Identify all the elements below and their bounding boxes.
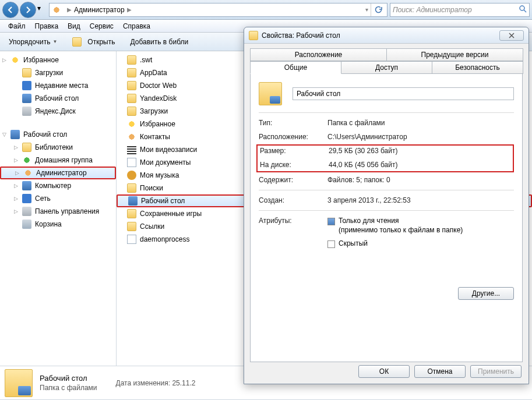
tree-desktop-root[interactable]: ▽ Рабочий стол <box>0 128 116 141</box>
desktop-overlay-icon <box>270 96 280 104</box>
details-meta: Дата изменения: 25.11.2 <box>116 379 196 387</box>
tree-recent[interactable]: Недавние места <box>0 79 116 92</box>
address-bar[interactable]: ▶ Администратор ▶ ▾ <box>49 3 387 17</box>
cancel-button[interactable]: Отмена <box>414 365 466 378</box>
address-dropdown-icon[interactable]: ▾ <box>365 6 368 13</box>
prop-attributes-label: Атрибуты: <box>259 217 327 253</box>
add-to-library-button[interactable]: Добавить в библи <box>125 35 193 49</box>
chevron-down-icon: ▼ <box>52 39 57 44</box>
item-label: Мои документы <box>140 158 191 167</box>
tree-label: Недавние места <box>35 82 88 90</box>
item-label: Сохраненные игры <box>140 210 202 218</box>
tree-label: Администратор <box>36 169 87 177</box>
tree-downloads[interactable]: Загрузки <box>0 66 116 79</box>
item-label: Мои видеозаписи <box>140 146 197 154</box>
add-lib-label: Добавить в библи <box>130 38 188 46</box>
expand-icon[interactable]: ▷ <box>14 183 20 189</box>
expand-icon[interactable]: ▷ <box>14 157 20 163</box>
menu-view[interactable]: Вид <box>63 21 85 31</box>
separator <box>259 210 514 211</box>
search-placeholder: Поиск: Администратор <box>393 6 472 14</box>
folder-icon <box>22 68 31 77</box>
tab-sharing[interactable]: Доступ <box>341 61 432 74</box>
tab-strip: Расположение Предыдущие версии Общие Дос… <box>250 48 523 74</box>
history-dropdown[interactable]: ▾ <box>37 4 45 16</box>
tree-control-panel[interactable]: ▷Панель управления <box>0 205 116 218</box>
breadcrumb-item[interactable]: Администратор <box>74 6 125 14</box>
expand-icon[interactable]: ▷ <box>14 144 20 150</box>
tree-desktop-fav[interactable]: Рабочий стол <box>0 92 116 105</box>
tree-label: Рабочий стол <box>35 94 79 102</box>
breadcrumb-sep-icon: ▶ <box>127 6 132 13</box>
folder-name-input[interactable]: Рабочий стол <box>293 87 514 100</box>
folder-large-icon <box>259 82 282 105</box>
contacts-icon <box>127 132 136 141</box>
prop-type-value: Папка с файлами <box>327 119 514 127</box>
item-label: Моя музыка <box>140 171 179 179</box>
folder-icon <box>127 94 136 103</box>
tree-favorites[interactable]: ▷ Избранное <box>0 54 116 66</box>
tree-computer[interactable]: ▷Компьютер <box>0 179 116 192</box>
menu-help[interactable]: Справка <box>118 21 155 31</box>
folder-large-icon <box>5 369 33 397</box>
control-panel-icon <box>22 207 31 216</box>
expand-icon[interactable]: ▷ <box>15 170 21 176</box>
close-button[interactable] <box>499 30 524 41</box>
size-highlight-box: Размер:29,5 КБ (30 263 байт) На диске:44… <box>256 144 514 172</box>
searches-icon <box>127 183 136 193</box>
tree-libraries[interactable]: ▷Библиотеки <box>0 141 116 154</box>
readonly-checkbox[interactable] <box>327 218 335 225</box>
favorites-icon <box>127 119 136 129</box>
forward-button[interactable] <box>20 2 36 18</box>
tree-yandex-disk[interactable]: Яндекс.Диск <box>0 105 116 118</box>
tree-recycle-bin[interactable]: Корзина <box>0 218 116 231</box>
tree-label: Избранное <box>23 56 59 64</box>
hidden-checkbox[interactable] <box>327 240 335 248</box>
dialog-button-row: ОК Отмена Применить <box>358 365 522 378</box>
file-icon <box>127 235 136 244</box>
item-label: Избранное <box>140 120 175 128</box>
item-label: YandexDisk <box>140 94 177 102</box>
tab-security[interactable]: Безопасность <box>432 61 523 74</box>
search-input[interactable]: Поиск: Администратор <box>390 3 530 17</box>
open-button[interactable]: Открыть <box>67 34 120 49</box>
menu-file[interactable]: Файл <box>3 21 30 31</box>
other-attributes-button[interactable]: Другие... <box>458 287 514 300</box>
music-icon <box>127 171 136 180</box>
dialog-titlebar[interactable]: Свойства: Рабочий стол <box>244 27 529 44</box>
folder-icon <box>249 31 258 40</box>
item-label: Ссылки <box>140 222 164 231</box>
item-label: Doctor Web <box>140 82 177 90</box>
links-icon <box>127 222 136 231</box>
tree-homegroup[interactable]: ▷Домашняя группа <box>0 154 116 167</box>
desktop-group: ▽ Рабочий стол ▷Библиотеки ▷Домашняя гру… <box>0 128 116 231</box>
ok-button[interactable]: ОК <box>358 365 410 378</box>
expand-icon[interactable]: ▷ <box>14 196 20 201</box>
expand-icon[interactable]: ▷ <box>14 208 20 214</box>
expand-icon[interactable]: ▷ <box>2 57 8 63</box>
homegroup-icon <box>22 155 31 165</box>
organize-button[interactable]: Упорядочить ▼ <box>3 35 62 49</box>
separator <box>259 190 514 190</box>
desktop-icon <box>10 130 20 139</box>
back-button[interactable] <box>2 2 19 18</box>
folder-icon <box>127 68 136 77</box>
apply-button[interactable]: Применить <box>470 365 522 378</box>
refresh-button[interactable] <box>371 3 385 16</box>
tree-administrator[interactable]: ▷Администратор <box>0 167 116 179</box>
tab-location[interactable]: Расположение <box>250 48 387 61</box>
menu-edit[interactable]: Правка <box>30 21 64 31</box>
tab-previous-versions[interactable]: Предыдущие версии <box>386 48 523 61</box>
menu-tools[interactable]: Сервис <box>85 21 118 31</box>
tab-general[interactable]: Общие <box>250 61 341 74</box>
folder-name-value: Рабочий стол <box>297 90 340 98</box>
video-icon <box>127 145 136 154</box>
navigation-pane[interactable]: ▷ Избранное Загрузки Недавние места Рабо… <box>0 51 117 366</box>
organize-label: Упорядочить <box>9 38 50 46</box>
prop-disk-label: На диске: <box>260 161 329 169</box>
prop-type-label: Тип: <box>259 119 327 127</box>
user-icon <box>23 168 33 178</box>
prop-disk-value: 44,0 КБ (45 056 байт) <box>329 161 510 169</box>
tree-network[interactable]: ▷Сеть <box>0 192 116 205</box>
collapse-icon[interactable]: ▽ <box>2 132 8 137</box>
